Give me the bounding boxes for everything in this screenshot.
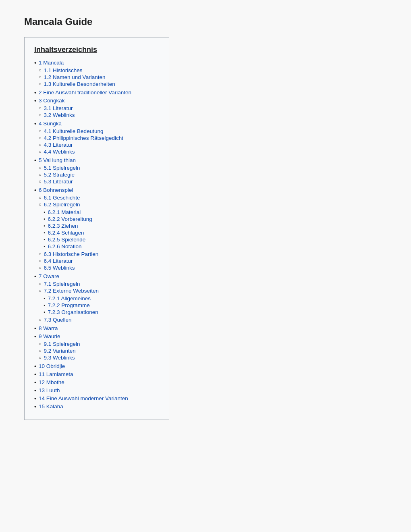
list-item: 6.2.6 Notation <box>44 243 92 249</box>
list-item: 4.1 Kulturelle Bedeutung <box>39 128 123 134</box>
list-item: 3.2 Weblinks <box>39 112 75 118</box>
list-item: 9 Waurie 9.1 Spielregeln 9.2 Varianten 9… <box>34 333 159 362</box>
toc-box: Inhaltsverzeichnis 1 Mancala 1.1 Histori… <box>24 37 169 420</box>
toc-link-1-1[interactable]: 1.1 Historisches <box>44 67 83 73</box>
toc-link-8[interactable]: 8 Warra <box>39 325 58 331</box>
list-item: 6.2 Spielregeln 6.2.1 Material 6.2.2 Vor… <box>39 202 98 250</box>
toc-link-5-2[interactable]: 5.2 Strategie <box>44 172 75 178</box>
toc-link-12[interactable]: 12 Mbothe <box>39 379 64 385</box>
toc-link-13[interactable]: 13 Luuth <box>39 387 60 393</box>
list-item: 10 Obridjie <box>34 363 159 370</box>
list-item: 5.2 Strategie <box>39 172 80 178</box>
toc-link-9-2[interactable]: 9.2 Varianten <box>44 348 76 354</box>
list-item: 1.1 Historisches <box>39 67 115 73</box>
list-item: 3.1 Literatur <box>39 105 75 111</box>
toc-link-4[interactable]: 4 Sungka <box>39 121 123 127</box>
toc-link-5-3[interactable]: 5.3 Literatur <box>44 179 73 185</box>
toc-link-1-2[interactable]: 1.2 Namen und Varianten <box>44 74 106 80</box>
list-item: 6.1 Geschichte <box>39 195 98 201</box>
toc-link-14[interactable]: 14 Eine Auswahl moderner Varianten <box>39 395 128 401</box>
list-item: 5 Vai lung thlan 5.1 Spielregeln 5.2 Str… <box>34 157 159 185</box>
toc-link-11[interactable]: 11 Lamlameta <box>39 371 73 377</box>
toc-link-6-2-3[interactable]: 6.2.3 Ziehen <box>48 223 78 229</box>
toc-link-4-3[interactable]: 4.3 Literatur <box>44 142 73 148</box>
list-item: 4.3 Literatur <box>39 142 123 148</box>
list-item: 9.2 Varianten <box>39 348 80 354</box>
list-item: 6.2.5 Spielende <box>44 237 92 243</box>
list-item: 9.3 Weblinks <box>39 355 80 361</box>
list-item: 6 Bohnenspiel 6.1 Geschichte 6.2 Spielre… <box>34 187 159 272</box>
toc-link-6-2[interactable]: 6.2 Spielregeln <box>44 202 92 208</box>
toc-link-7-2-3[interactable]: 7.2.3 Organisationen <box>48 309 98 315</box>
toc-link-6-2-5[interactable]: 6.2.5 Spielende <box>48 237 85 243</box>
list-item: 5.3 Literatur <box>39 179 80 185</box>
page-title: Mancala Guide <box>24 16 387 27</box>
list-item: 3 Congkak 3.1 Literatur 3.2 Weblinks <box>34 98 159 119</box>
toc-link-7-2-2[interactable]: 7.2.2 Programme <box>48 302 89 308</box>
toc-link-6-4[interactable]: 6.4 Literatur <box>44 258 73 264</box>
toc-link-3-2[interactable]: 3.2 Weblinks <box>44 112 75 118</box>
toc-link-10[interactable]: 10 Obridjie <box>39 363 65 369</box>
toc-link-5[interactable]: 5 Vai lung thlan <box>39 157 80 163</box>
toc-link-6-2-4[interactable]: 6.2.4 Schlagen <box>48 230 84 236</box>
list-item: 9.1 Spielregeln <box>39 341 80 347</box>
toc-title: Inhaltsverzeichnis <box>34 46 159 54</box>
list-item: 6.3 Historische Partien <box>39 251 98 257</box>
list-item: 4.2 Philippinisches Rätselgedicht <box>39 135 123 141</box>
list-item: 15 Kalaha <box>34 403 159 410</box>
list-item: 6.2.1 Material <box>44 209 92 215</box>
toc-link-2[interactable]: 2 Eine Auswahl traditioneller Varianten <box>39 89 131 96</box>
toc-link-6-1[interactable]: 6.1 Geschichte <box>44 195 80 201</box>
toc-list: 1 Mancala 1.1 Historisches 1.2 Namen und… <box>34 60 159 410</box>
list-item: 6.4 Literatur <box>39 258 98 264</box>
toc-link-1-3[interactable]: 1.3 Kulturelle Besonderheiten <box>44 81 115 87</box>
list-item: 14 Eine Auswahl moderner Varianten <box>34 395 159 402</box>
toc-link-3-1[interactable]: 3.1 Literatur <box>44 105 73 111</box>
list-item: 11 Lamlameta <box>34 371 159 378</box>
list-item: 8 Warra <box>34 325 159 332</box>
toc-link-6-2-6[interactable]: 6.2.6 Notation <box>48 243 81 249</box>
list-item: 7 Oware 7.1 Spielregeln 7.2 Externe Webs… <box>34 273 159 324</box>
toc-link-9[interactable]: 9 Waurie <box>39 333 80 339</box>
list-item: 7.3 Quellen <box>39 317 99 323</box>
list-item: 7.2.2 Programme <box>44 302 99 308</box>
list-item: 7.2.1 Allgemeines <box>44 295 99 301</box>
list-item: 12 Mbothe <box>34 379 159 386</box>
toc-link-7[interactable]: 7 Oware <box>39 273 99 279</box>
list-item: 6.2.2 Vorbereitung <box>44 216 92 222</box>
list-item: 7.1 Spielregeln <box>39 281 99 287</box>
toc-link-7-3[interactable]: 7.3 Quellen <box>44 317 72 323</box>
list-item: 6.5 Weblinks <box>39 265 98 271</box>
list-item: 1 Mancala 1.1 Historisches 1.2 Namen und… <box>34 60 159 88</box>
list-item: 6.2.4 Schlagen <box>44 230 92 236</box>
toc-link-4-4[interactable]: 4.4 Weblinks <box>44 149 75 155</box>
toc-link-1[interactable]: 1 Mancala <box>39 60 115 66</box>
list-item: 1.2 Namen und Varianten <box>39 74 115 80</box>
toc-link-15[interactable]: 15 Kalaha <box>39 403 63 409</box>
list-item: 6.2.3 Ziehen <box>44 223 92 229</box>
toc-link-6-5[interactable]: 6.5 Weblinks <box>44 265 75 271</box>
list-item: 4.4 Weblinks <box>39 149 123 155</box>
list-item: 7.2.3 Organisationen <box>44 309 99 315</box>
list-item: 2 Eine Auswahl traditioneller Varianten <box>34 89 159 96</box>
toc-link-3[interactable]: 3 Congkak <box>39 98 75 104</box>
list-item: 4 Sungka 4.1 Kulturelle Bedeutung 4.2 Ph… <box>34 121 159 156</box>
list-item: 5.1 Spielregeln <box>39 165 80 171</box>
toc-link-7-2-1[interactable]: 7.2.1 Allgemeines <box>48 295 91 301</box>
list-item: 7.2 Externe Webseiten 7.2.1 Allgemeines … <box>39 288 99 316</box>
toc-link-7-2[interactable]: 7.2 Externe Webseiten <box>44 288 99 294</box>
toc-link-5-1[interactable]: 5.1 Spielregeln <box>44 165 80 171</box>
toc-link-6[interactable]: 6 Bohnenspiel <box>39 187 98 193</box>
toc-link-4-1[interactable]: 4.1 Kulturelle Bedeutung <box>44 128 104 134</box>
list-item: 13 Luuth <box>34 387 159 394</box>
toc-link-7-1[interactable]: 7.1 Spielregeln <box>44 281 80 287</box>
toc-link-6-2-1[interactable]: 6.2.1 Material <box>48 209 81 215</box>
toc-link-6-2-2[interactable]: 6.2.2 Vorbereitung <box>48 216 92 222</box>
list-item: 1.3 Kulturelle Besonderheiten <box>39 81 115 87</box>
toc-link-9-3[interactable]: 9.3 Weblinks <box>44 355 75 361</box>
toc-link-9-1[interactable]: 9.1 Spielregeln <box>44 341 80 347</box>
toc-link-6-3[interactable]: 6.3 Historische Partien <box>44 251 99 257</box>
toc-link-4-2[interactable]: 4.2 Philippinisches Rätselgedicht <box>44 135 123 141</box>
